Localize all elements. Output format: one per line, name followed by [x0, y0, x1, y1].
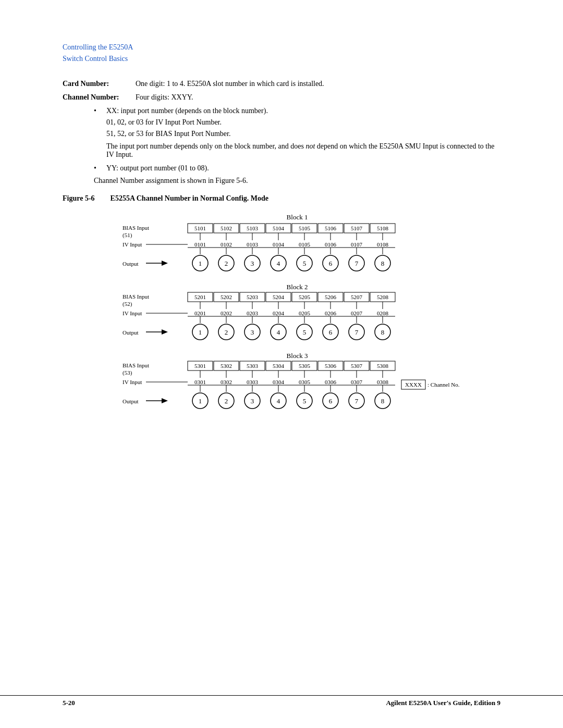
svg-text:5107: 5107: [351, 225, 363, 231]
svg-text:0202: 0202: [221, 310, 232, 316]
svg-text:0307: 0307: [351, 379, 363, 385]
svg-text:5304: 5304: [273, 363, 285, 369]
channel-number-label: Channel Number:: [63, 93, 130, 102]
svg-text:5308: 5308: [377, 363, 389, 369]
svg-text:(51): (51): [123, 232, 132, 239]
svg-text:0102: 0102: [221, 241, 232, 248]
svg-text:3: 3: [251, 260, 254, 267]
bullet-dot-1: •: [94, 107, 102, 115]
svg-text:Block 1: Block 1: [287, 213, 308, 221]
svg-text:5307: 5307: [351, 363, 363, 369]
breadcrumb-line2: Switch Control Basics: [63, 53, 500, 65]
svg-text:3: 3: [251, 328, 254, 336]
figure-label: Figure 5-6: [63, 194, 95, 203]
svg-text:0106: 0106: [325, 241, 337, 248]
bullet-text-2: YY: output port number (01 to 08).: [106, 164, 209, 172]
svg-text:5104: 5104: [273, 225, 285, 231]
block-diagram-svg: Block 1 BIAS Input (51) 5101 5102 5103 5…: [94, 210, 469, 491]
bullet-item-1: • XX: input port number (depends on the …: [94, 107, 500, 115]
svg-text:4: 4: [277, 260, 280, 267]
svg-text:0204: 0204: [273, 310, 285, 316]
svg-text:5204: 5204: [273, 294, 285, 300]
svg-text:6: 6: [329, 397, 333, 405]
svg-text:0302: 0302: [221, 379, 232, 385]
page: Controlling the E5250A Switch Control Ba…: [0, 0, 563, 728]
bullet-text-1: XX: input port number (depends on the bl…: [106, 107, 268, 115]
svg-text:0103: 0103: [247, 241, 259, 248]
svg-text:0207: 0207: [351, 310, 363, 316]
svg-text:5105: 5105: [299, 225, 311, 231]
svg-text:(53): (53): [123, 369, 132, 376]
svg-text:0205: 0205: [299, 310, 311, 316]
svg-text:3: 3: [251, 397, 254, 405]
svg-text:5101: 5101: [194, 225, 206, 231]
svg-text:5: 5: [303, 397, 307, 405]
card-number-desc: One digit: 1 to 4. E5250A slot number in…: [136, 80, 500, 88]
svg-text:0201: 0201: [194, 310, 206, 316]
svg-text:0306: 0306: [325, 379, 337, 385]
svg-text:5302: 5302: [221, 363, 232, 369]
svg-text:5106: 5106: [325, 225, 337, 231]
svg-text:0203: 0203: [247, 310, 259, 316]
footer-title: Agilent E5250A User's Guide, Edition 9: [386, 699, 500, 707]
svg-text:5205: 5205: [299, 294, 311, 300]
svg-text:0303: 0303: [247, 379, 259, 385]
svg-text:1: 1: [199, 260, 202, 267]
svg-text:Output: Output: [123, 398, 139, 404]
svg-text:0304: 0304: [273, 379, 285, 385]
svg-text:2: 2: [225, 397, 228, 405]
svg-text:5207: 5207: [351, 294, 363, 300]
svg-text:2: 2: [225, 328, 228, 336]
svg-marker-55: [162, 261, 168, 266]
svg-text:0104: 0104: [273, 241, 285, 248]
svg-text:BIAS Input: BIAS Input: [123, 225, 149, 231]
svg-text:Output: Output: [123, 329, 139, 336]
svg-text:: Channel No.: : Channel No.: [427, 381, 460, 388]
bullets-section: • XX: input port number (depends on the …: [94, 107, 500, 185]
svg-text:BIAS Input: BIAS Input: [123, 293, 149, 300]
page-number: 5-20: [63, 699, 75, 707]
svg-text:1: 1: [199, 328, 202, 336]
page-footer: 5-20 Agilent E5250A User's Guide, Editio…: [0, 695, 563, 707]
svg-text:5: 5: [303, 328, 307, 336]
svg-text:7: 7: [355, 260, 359, 267]
bullet-dot-2: •: [94, 164, 102, 172]
svg-text:Block 3: Block 3: [287, 352, 308, 360]
sub-text-1: 01, 02, or 03 for IV Input Port Number.: [106, 118, 500, 127]
svg-text:6: 6: [329, 328, 333, 336]
svg-text:5206: 5206: [325, 294, 337, 300]
svg-text:0108: 0108: [377, 241, 389, 248]
svg-text:0101: 0101: [194, 241, 206, 248]
svg-text:6: 6: [329, 260, 333, 267]
svg-text:5306: 5306: [325, 363, 337, 369]
card-number-label: Card Number:: [63, 80, 130, 88]
svg-text:0206: 0206: [325, 310, 337, 316]
svg-text:8: 8: [381, 397, 385, 405]
svg-text:5103: 5103: [247, 225, 259, 231]
svg-text:5201: 5201: [194, 294, 206, 300]
svg-text:0107: 0107: [351, 241, 363, 248]
card-number-section: Card Number: One digit: 1 to 4. E5250A s…: [63, 80, 500, 88]
svg-text:2: 2: [225, 260, 228, 267]
svg-text:5102: 5102: [221, 225, 232, 231]
svg-text:5305: 5305: [299, 363, 311, 369]
svg-text:Block 2: Block 2: [287, 283, 308, 291]
bullet-item-2: • YY: output port number (01 to 08).: [94, 164, 500, 172]
svg-text:BIAS Input: BIAS Input: [123, 362, 149, 368]
svg-text:(52): (52): [123, 301, 132, 307]
svg-text:8: 8: [381, 260, 385, 267]
svg-marker-199: [162, 398, 168, 403]
svg-text:5203: 5203: [247, 294, 259, 300]
svg-text:5208: 5208: [377, 294, 389, 300]
channel-number-section: Channel Number: Four digits: XXYY.: [63, 93, 500, 102]
svg-text:7: 7: [355, 328, 359, 336]
breadcrumb: Controlling the E5250A Switch Control Ba…: [63, 42, 500, 65]
svg-text:8: 8: [381, 328, 385, 336]
svg-text:0105: 0105: [299, 241, 311, 248]
sub-text-2: 51, 52, or 53 for BIAS Input Port Number…: [106, 130, 500, 138]
svg-text:5301: 5301: [194, 363, 206, 369]
para-2: Channel Number assignment is shown in Fi…: [94, 177, 500, 185]
svg-text:7: 7: [355, 397, 359, 405]
figure-caption: Figure 5-6 E5255A Channel Number in Norm…: [63, 194, 500, 203]
svg-text:XXXX: XXXX: [405, 381, 422, 388]
